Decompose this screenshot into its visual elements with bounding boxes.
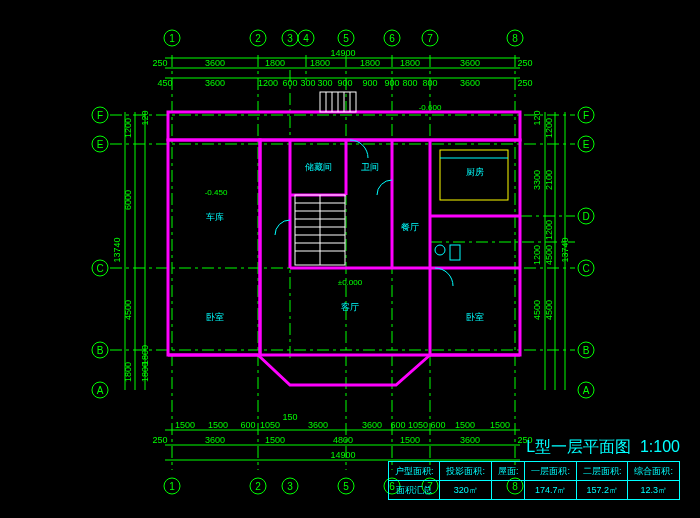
svg-text:4500: 4500 <box>123 300 133 320</box>
svg-text:900: 900 <box>362 78 377 88</box>
info-v0: 320㎡ <box>440 481 492 500</box>
svg-text:13740: 13740 <box>560 237 570 262</box>
svg-text:B: B <box>583 345 590 356</box>
info-v5: 12.3㎡ <box>628 481 680 500</box>
svg-text:300: 300 <box>300 78 315 88</box>
svg-text:600: 600 <box>282 78 297 88</box>
svg-text:3600: 3600 <box>205 78 225 88</box>
svg-text:1800: 1800 <box>400 58 420 68</box>
svg-text:3600: 3600 <box>308 420 328 430</box>
info-h4: 二层面积: <box>576 462 628 481</box>
svg-text:1500: 1500 <box>175 420 195 430</box>
svg-text:6000: 6000 <box>123 190 133 210</box>
bathroom-label: 卫间 <box>361 162 379 172</box>
svg-text:250: 250 <box>152 435 167 445</box>
dims-top: 14900 250 3600 1800 1800 1800 1800 3600 … <box>152 48 532 88</box>
info-v4: 157.2㎡ <box>576 481 628 500</box>
svg-text:120: 120 <box>140 110 150 125</box>
info-h0: 户型面积: <box>388 462 440 481</box>
info-r2-label: 面积汇总 <box>388 481 440 500</box>
svg-text:450: 450 <box>157 78 172 88</box>
svg-text:14900: 14900 <box>330 450 355 460</box>
info-table: 户型面积: 投影面积: 屋面: 一层面积: 二层面积: 综合面积: 面积汇总 3… <box>388 461 680 500</box>
walls-outer <box>168 112 520 385</box>
svg-text:6: 6 <box>389 33 395 44</box>
room-labels: 车库 储藏间 卫间 厨房 餐厅 客厅 卧室 卧室 -0.450 ±0.000 -… <box>205 103 484 322</box>
svg-text:1500: 1500 <box>455 420 475 430</box>
svg-text:600: 600 <box>430 420 445 430</box>
info-h5: 综合面积: <box>628 462 680 481</box>
svg-text:300: 300 <box>317 78 332 88</box>
living-label: 客厅 <box>341 302 359 312</box>
storage-label: 储藏间 <box>305 162 332 172</box>
svg-text:900: 900 <box>384 78 399 88</box>
svg-text:14900: 14900 <box>330 48 355 58</box>
svg-text:1200: 1200 <box>258 78 278 88</box>
svg-text:250: 250 <box>517 78 532 88</box>
drawing-title: L型一层平面图 1:100 <box>526 437 680 458</box>
info-v3: 174.7㎡ <box>525 481 577 500</box>
svg-text:1200: 1200 <box>544 118 554 138</box>
svg-text:E: E <box>97 139 104 150</box>
svg-text:800: 800 <box>422 78 437 88</box>
info-v2 <box>491 481 525 500</box>
svg-text:1500: 1500 <box>265 435 285 445</box>
svg-text:7: 7 <box>427 33 433 44</box>
svg-text:1: 1 <box>169 481 175 492</box>
svg-text:8: 8 <box>512 33 518 44</box>
svg-text:120: 120 <box>532 110 542 125</box>
svg-text:3: 3 <box>287 33 293 44</box>
info-h1: 投影面积: <box>440 462 492 481</box>
info-h3: 一层面积: <box>525 462 577 481</box>
svg-rect-90 <box>450 245 460 260</box>
svg-text:D: D <box>582 211 589 222</box>
svg-text:3300: 3300 <box>532 170 542 190</box>
svg-text:3600: 3600 <box>205 58 225 68</box>
svg-text:1500: 1500 <box>490 420 510 430</box>
svg-text:1500: 1500 <box>208 420 228 430</box>
title-scale: 1:100 <box>640 438 680 455</box>
svg-text:5: 5 <box>343 481 349 492</box>
svg-text:3: 3 <box>287 481 293 492</box>
svg-text:F: F <box>97 110 103 121</box>
axis-bubbles-left: F E C B A <box>92 107 108 398</box>
svg-text:B: B <box>97 345 104 356</box>
svg-text:1200: 1200 <box>123 118 133 138</box>
svg-text:C: C <box>96 263 103 274</box>
svg-text:3600: 3600 <box>460 78 480 88</box>
axis-bubbles-right: F E D C B A <box>578 107 594 398</box>
elev-3: -0.600 <box>419 103 442 112</box>
svg-text:250: 250 <box>517 58 532 68</box>
svg-text:250: 250 <box>152 58 167 68</box>
svg-text:3600: 3600 <box>362 420 382 430</box>
svg-text:1: 1 <box>169 33 175 44</box>
svg-text:900: 900 <box>337 78 352 88</box>
svg-text:4500: 4500 <box>544 245 554 265</box>
svg-text:3600: 3600 <box>205 435 225 445</box>
title-text: L型一层平面图 <box>526 438 631 455</box>
svg-text:1200: 1200 <box>532 245 542 265</box>
elev-1: -0.450 <box>205 188 228 197</box>
svg-text:2: 2 <box>255 33 261 44</box>
info-h2: 屋面: <box>491 462 525 481</box>
svg-text:A: A <box>97 385 104 396</box>
svg-text:4: 4 <box>303 33 309 44</box>
svg-text:2100: 2100 <box>544 170 554 190</box>
svg-point-89 <box>435 245 445 255</box>
svg-text:1800: 1800 <box>140 345 150 365</box>
svg-text:1800: 1800 <box>123 362 133 382</box>
svg-text:C: C <box>582 263 589 274</box>
svg-text:4800: 4800 <box>333 435 353 445</box>
svg-text:1500: 1500 <box>400 435 420 445</box>
axis-bubbles-top: 1 2 3 4 5 6 7 8 <box>164 30 523 46</box>
svg-text:1200: 1200 <box>544 220 554 240</box>
svg-text:1050: 1050 <box>408 420 428 430</box>
svg-text:2: 2 <box>255 481 261 492</box>
bedroom-r-label: 卧室 <box>466 312 484 322</box>
dims-left: 13740 1800 4500 6000 1200 1800 1800 120 <box>112 110 150 390</box>
svg-text:4500: 4500 <box>544 300 554 320</box>
svg-text:1050: 1050 <box>260 420 280 430</box>
svg-text:600: 600 <box>240 420 255 430</box>
garage-label: 车库 <box>206 212 224 222</box>
svg-text:150: 150 <box>282 412 297 422</box>
